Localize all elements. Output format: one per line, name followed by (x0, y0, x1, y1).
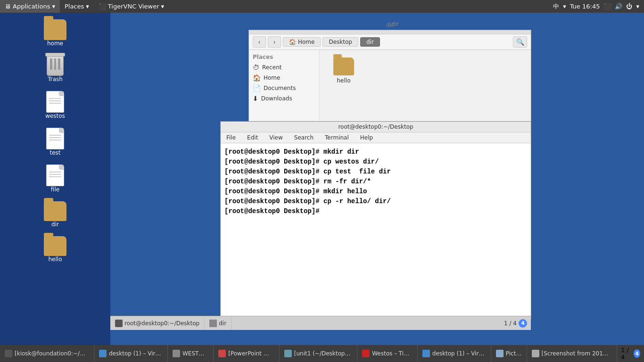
terminal-view-menu[interactable]: View (267, 133, 284, 142)
westos-label: westos (45, 113, 65, 119)
pictures-label: Pictures (506, 350, 522, 357)
applications-label: Applications (13, 3, 50, 10)
terminal-title: root@desktop0:~/Desktop (338, 123, 413, 130)
taskbar-westos-os[interactable]: WESTOS_OS (168, 345, 214, 362)
taskbar-virt-right[interactable]: desktop (1) – Virt Viewer (418, 345, 491, 362)
top-bar-right: 中 ▾ Tue 16:45 ⬛ 🔊 ⏻ ▾ (553, 2, 644, 11)
vnc-badge: 4 (519, 319, 527, 328)
lang-indicator[interactable]: 中 (553, 2, 559, 11)
places-menu[interactable]: Places ▾ (60, 0, 94, 13)
tigervnc-task-icon (362, 350, 370, 357)
fm-toolbar: ‹ › 🏠 Home Desktop dir 🔍 (249, 34, 531, 50)
screen-icon[interactable]: ⬛ (603, 3, 611, 10)
desktop-icon-home[interactable]: home (36, 17, 74, 49)
dir-label: dir (51, 221, 59, 228)
westos-file-icon (46, 91, 64, 113)
pictures-icon (496, 350, 504, 357)
virt-icon (99, 350, 107, 357)
virt-label: desktop (1) – Virt Viewer (109, 350, 163, 357)
taskbar-counter: 1 / 4 4 (617, 346, 644, 361)
dir-folder-icon (44, 201, 66, 221)
power-chevron-icon: ▾ (636, 3, 639, 10)
top-bar: 🖥 Applications ▾ Places ▾ ⬛ TigerVNC Vie… (0, 0, 644, 13)
vnc-counter: 1 / 4 4 (500, 319, 531, 328)
desktop-icon-westos[interactable]: westos (36, 89, 74, 121)
terminal-file-menu[interactable]: File (224, 133, 238, 142)
fm-documents-item[interactable]: 📄 Documents (249, 83, 319, 93)
clock: Tue 16:45 (570, 3, 600, 10)
kiosk-label: [kiosk@foundation0:~/WESTOS_... (15, 350, 89, 357)
power-icon[interactable]: ⏻ (626, 3, 632, 10)
fm-recent-item[interactable]: ⏱ Recent (249, 62, 319, 73)
ppt-label: [PowerPoint 演示文稿] (228, 350, 274, 358)
fm-back-button[interactable]: ‹ (253, 36, 266, 48)
chevron-down-icon: ▾ (52, 3, 55, 10)
fm-home-item[interactable]: 🏠 Home (249, 73, 319, 83)
hello-folder-icon (44, 236, 66, 256)
downloads-label: Downloads (261, 95, 292, 102)
terminal-search-menu[interactable]: Search (292, 133, 315, 142)
fm-places-title: Places (249, 54, 319, 62)
home-label: home (47, 40, 63, 47)
vnc-app-menu[interactable]: ⬛ TigerVNC Viewer ▾ (94, 0, 169, 13)
hello-folder-label: hello (337, 77, 351, 84)
hello-label: hello (49, 256, 62, 263)
terminal-menubar: File Edit View Search Terminal Help (221, 132, 531, 143)
terminal-task-label: root@desktop0:~/Desktop (124, 320, 199, 327)
vnc-task-dir[interactable]: dir (205, 316, 231, 330)
test-file-icon (46, 128, 64, 149)
terminal-body[interactable]: [root@desktop0 Desktop]# mkdir dir[root@… (221, 143, 531, 319)
gedit-icon (284, 350, 292, 357)
volume-icon[interactable]: 🔊 (615, 3, 622, 10)
kiosk-icon (5, 350, 12, 357)
fm-titlebar (249, 30, 531, 34)
terminal-line: [root@desktop0 Desktop]# cp -r hello/ di… (224, 197, 527, 206)
applications-menu[interactable]: 🖥 Applications ▾ (0, 0, 60, 13)
fm-dir-breadcrumb[interactable]: dir (360, 37, 380, 47)
desktop-icon-file[interactable]: file (36, 163, 74, 195)
fm-desktop-breadcrumb[interactable]: Desktop (322, 37, 358, 47)
taskbar-pictures[interactable]: Pictures (491, 345, 527, 362)
fm-sidebar: Places ⏱ Recent 🏠 Home 📄 Documents ⬇ Dow… (249, 50, 320, 131)
taskbar-gedit[interactable]: [unit1 (~/Desktop) - gedit] (280, 345, 357, 362)
terminal-edit-menu[interactable]: Edit (245, 133, 260, 142)
ppt-icon (218, 350, 226, 357)
places-chevron-icon: ▾ (86, 3, 89, 10)
taskbar-desktop-virt[interactable]: desktop (1) – Virt Viewer (94, 345, 168, 362)
desktop: home Trash westos (0, 13, 110, 362)
home-sidebar-label: Home (264, 74, 280, 81)
home-sidebar-icon: 🏠 (253, 74, 261, 82)
terminal-help-menu[interactable]: Help (358, 133, 375, 142)
fm-hello-folder[interactable]: hello (327, 58, 360, 84)
vnc-label: TigerVNC Viewer (108, 3, 159, 10)
file-icon (46, 165, 64, 186)
vnc-counter-text: 1 / 4 (504, 320, 517, 327)
desktop-icon-dir[interactable]: dir (36, 199, 74, 230)
vnc-icon: ⬛ (99, 3, 106, 10)
home-bc-icon: 🏠 (289, 39, 296, 45)
desktop-icon-trash[interactable]: Trash (36, 53, 74, 84)
vnc-chevron-icon: ▾ (161, 3, 165, 10)
tigervnc-label: Westos – TigerVNC (372, 350, 413, 357)
dir-bc-label: dir (366, 39, 374, 45)
top-bar-left: 🖥 Applications ▾ Places ▾ ⬛ TigerVNC Vie… (0, 0, 169, 13)
terminal-window: root@desktop0:~/Desktop File Edit View S… (220, 121, 531, 319)
downloads-icon: ⬇ (253, 95, 258, 102)
fm-search-button[interactable]: 🔍 (513, 36, 527, 48)
trash-label: Trash (48, 76, 63, 82)
taskbar-kiosk[interactable]: [kiosk@foundation0:~/WESTOS_... (0, 345, 94, 362)
terminal-line: [root@desktop0 Desktop]# (224, 206, 527, 216)
fm-downloads-item[interactable]: ⬇ Downloads (249, 93, 319, 104)
system-taskbar: [kiosk@foundation0:~/WESTOS_... desktop … (0, 345, 644, 362)
taskbar-screenshot[interactable]: [Screenshot from 2019-03-19 ... (527, 345, 618, 362)
fm-home-breadcrumb[interactable]: 🏠 Home (283, 37, 321, 47)
virt-right-icon (422, 350, 430, 357)
terminal-terminal-menu[interactable]: Terminal (323, 133, 351, 142)
fm-forward-button[interactable]: › (268, 36, 281, 48)
fm-content: hello (320, 50, 531, 131)
desktop-icon-test[interactable]: test (36, 126, 74, 158)
taskbar-ppt[interactable]: [PowerPoint 演示文稿] (214, 345, 279, 362)
taskbar-tigervnc[interactable]: Westos – TigerVNC (357, 345, 418, 362)
desktop-icon-hello[interactable]: hello (36, 234, 74, 264)
vnc-task-terminal[interactable]: root@desktop0:~/Desktop (110, 316, 205, 330)
